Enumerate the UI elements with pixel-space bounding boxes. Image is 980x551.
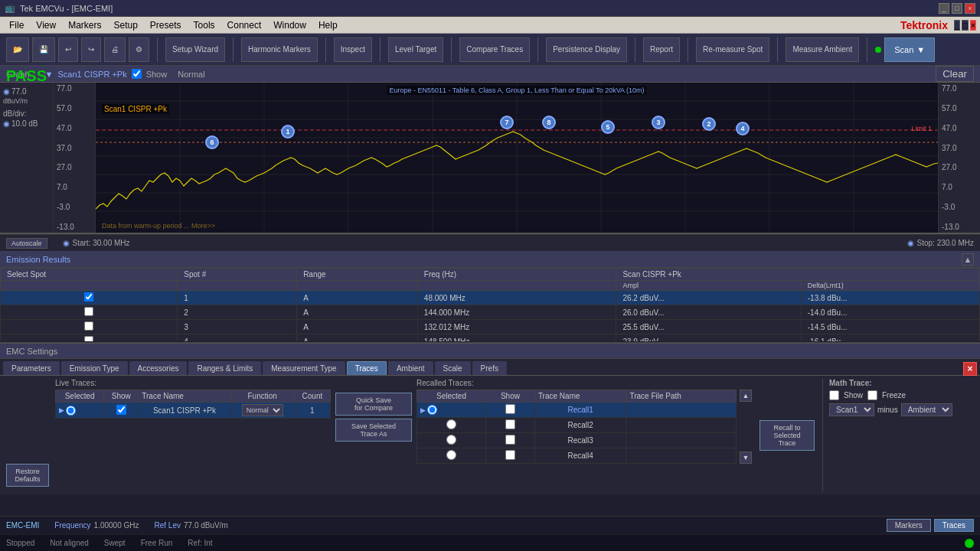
window-controls[interactable]: _ □ × <box>939 3 975 14</box>
math-show-checkbox[interactable] <box>829 390 839 400</box>
spot-checkbox-2[interactable] <box>84 307 93 316</box>
open-button[interactable]: 📂 <box>6 37 29 62</box>
save-toolbar-button[interactable]: 💾 <box>32 37 55 62</box>
live-trace-radio-1[interactable] <box>66 406 76 416</box>
scroll-up-button[interactable]: ▲ <box>740 390 752 402</box>
tab-scale[interactable]: Scale <box>435 361 471 375</box>
app-close[interactable]: × <box>970 20 976 31</box>
menu-tools[interactable]: Tools <box>188 18 221 32</box>
menu-markers[interactable]: Markers <box>62 18 107 32</box>
persistence-button[interactable]: Persistence Display <box>546 37 627 62</box>
recall-show-4[interactable] <box>505 450 515 460</box>
scan-dropdown-arrow[interactable]: ▼ <box>916 45 925 54</box>
r-selected-cell-3[interactable] <box>417 433 486 448</box>
marker-2[interactable]: 2 <box>702 117 716 131</box>
menu-connect[interactable]: Connect <box>221 18 268 32</box>
start-freq-arrow[interactable]: ◉ <box>63 239 70 247</box>
redo-button[interactable]: ↪ <box>81 37 101 62</box>
recall-show-1[interactable] <box>505 404 515 414</box>
live-trace-show-cell[interactable] <box>104 403 139 419</box>
show-checkbox[interactable] <box>132 69 142 79</box>
menu-help[interactable]: Help <box>312 18 344 32</box>
scan-button[interactable]: Scan ▼ <box>884 37 935 62</box>
save-selected-trace-button[interactable]: Save SelectedTrace As <box>335 419 412 442</box>
harmonic-markers-button[interactable]: Harmonic Markers <box>241 37 318 62</box>
remeasure-button[interactable]: Re-measure Spot <box>696 37 769 62</box>
marker-5[interactable]: 5 <box>601 120 615 134</box>
math-source-select[interactable]: Scan1 Scan2 <box>829 403 874 416</box>
restore-defaults-button[interactable]: RestoreDefaults <box>6 464 49 487</box>
expand-icon[interactable]: ▲ <box>962 253 974 266</box>
math-freeze-checkbox[interactable] <box>867 390 877 400</box>
measure-ambient-button[interactable]: Measure Ambient <box>786 37 859 62</box>
recall-to-selected-button[interactable]: Recall toSelected Trace <box>760 420 815 451</box>
marker-7[interactable]: 7 <box>500 116 514 129</box>
row-checkbox-cell[interactable] <box>1 320 178 334</box>
app-min[interactable]: _ <box>954 20 960 31</box>
inspect-button[interactable]: Inspect <box>334 37 372 62</box>
tab-traces[interactable]: Traces <box>347 361 387 375</box>
recall-show-3[interactable] <box>505 435 515 445</box>
r-show-cell-3[interactable] <box>486 433 535 448</box>
setup-wizard-button[interactable]: Setup Wizard <box>165 37 225 62</box>
stop-freq-arrow[interactable]: ◉ <box>907 239 914 247</box>
maximize-button[interactable]: □ <box>952 3 962 14</box>
close-button[interactable]: × <box>965 3 975 14</box>
live-trace-selected-cell[interactable]: ▶ <box>56 403 104 419</box>
markers-button[interactable]: Markers <box>887 519 931 532</box>
live-trace-function-1[interactable]: Normal <box>242 404 283 416</box>
tab-accessories[interactable]: Accessories <box>129 361 188 375</box>
tab-measurement-type[interactable]: Measurement Type <box>263 361 345 375</box>
r-show-cell-1[interactable] <box>486 403 535 418</box>
row-checkbox-cell[interactable] <box>1 305 178 320</box>
r-show-cell-2[interactable] <box>486 418 535 433</box>
print-button[interactable]: 🖨 <box>104 37 126 62</box>
minimize-button[interactable]: _ <box>939 3 949 14</box>
recall-radio-1[interactable] <box>427 405 437 415</box>
r-show-cell-4[interactable] <box>486 448 535 464</box>
recall-radio-3[interactable] <box>446 435 456 445</box>
app-max[interactable]: □ <box>962 20 969 31</box>
menu-file[interactable]: File <box>3 18 30 32</box>
menu-presets[interactable]: Presets <box>144 18 188 32</box>
expand-arrow[interactable]: ▶ <box>59 406 64 414</box>
recall-show-2[interactable] <box>505 419 515 429</box>
tab-emission-type[interactable]: Emission Type <box>61 361 128 375</box>
r-expand-arrow[interactable]: ▶ <box>420 406 426 414</box>
r-selected-cell-4[interactable] <box>417 448 486 464</box>
marker-3[interactable]: 3 <box>652 116 665 129</box>
clear-button[interactable]: Clear <box>936 66 974 82</box>
r-selected-cell-2[interactable] <box>417 418 486 433</box>
tab-parameters[interactable]: Parameters <box>3 361 60 375</box>
marker-1[interactable]: 1 <box>281 125 295 139</box>
menu-setup[interactable]: Setup <box>107 18 143 32</box>
spot-checkbox-4[interactable] <box>84 336 93 341</box>
marker-4[interactable]: 4 <box>736 122 750 135</box>
settings-button[interactable]: ⚙ <box>129 37 149 62</box>
level-target-button[interactable]: Level Target <box>388 37 443 62</box>
undo-button[interactable]: ↩ <box>58 37 78 62</box>
spot-checkbox-1[interactable] <box>84 292 93 302</box>
autoscale-button[interactable]: Autoscale <box>6 238 47 249</box>
live-trace-show-1[interactable] <box>116 405 126 415</box>
tab-ambient[interactable]: Ambient <box>388 361 433 375</box>
report-button[interactable]: Report <box>643 37 680 62</box>
row-checkbox-cell[interactable] <box>1 334 178 342</box>
y-ref-arrow[interactable]: ◉ <box>3 87 10 96</box>
menu-window[interactable]: Window <box>267 18 312 32</box>
marker-8[interactable]: 8 <box>542 116 556 129</box>
recall-radio-2[interactable] <box>446 419 456 429</box>
traces-status-button[interactable]: Traces <box>934 519 974 532</box>
r-selected-cell-1[interactable]: ▶ <box>417 403 486 418</box>
tab-prefs[interactable]: Prefs <box>472 361 507 375</box>
compare-traces-button[interactable]: Compare Traces <box>459 37 530 62</box>
live-trace-function-cell[interactable]: Normal <box>230 403 294 419</box>
tab-ranges-limits[interactable]: Ranges & Limits <box>188 361 261 375</box>
scroll-down-button[interactable]: ▼ <box>740 452 752 464</box>
quick-save-button[interactable]: Quick Savefor Compare <box>335 393 412 416</box>
row-checkbox-cell[interactable] <box>1 291 178 305</box>
marker-6[interactable]: 6 <box>205 135 219 149</box>
y-div-arrow[interactable]: ◉ <box>3 119 10 128</box>
recall-radio-4[interactable] <box>446 450 456 460</box>
spot-checkbox-3[interactable] <box>84 321 93 331</box>
